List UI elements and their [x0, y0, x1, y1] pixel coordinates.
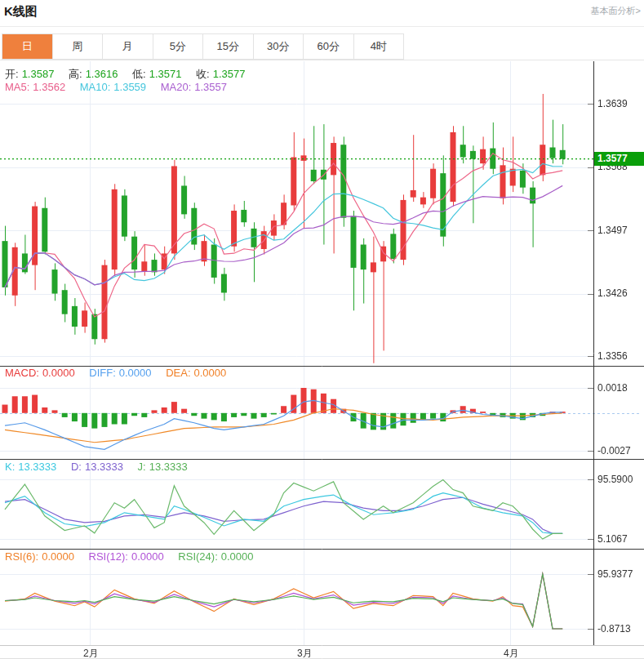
- macd-axis-tick: 0.0018: [597, 382, 628, 394]
- k-value: 13.3333: [18, 461, 56, 473]
- x-axis-month: 3月: [297, 647, 313, 659]
- low-label: 低:: [132, 68, 146, 80]
- macd-axis-tick: -0.0027: [597, 445, 631, 456]
- open-value: 1.3587: [22, 68, 55, 80]
- d-value: 13.3333: [85, 461, 123, 473]
- open-label: 开:: [5, 68, 19, 80]
- price-axis-tick: 1.3426: [597, 287, 628, 299]
- rsi24-label: RSI(24):: [178, 550, 217, 563]
- rsi12-value: 0.0000: [131, 550, 164, 563]
- kdj-readout: K:13.3333 D:13.3333 J:13.3333: [5, 461, 191, 473]
- macd-value: 0.0000: [42, 367, 75, 379]
- high-label: 高:: [69, 68, 82, 80]
- j-label: J:: [138, 461, 146, 473]
- ma5-value: 1.3562: [33, 81, 65, 93]
- price-axis-tick: 1.3497: [597, 225, 628, 236]
- rsi6-label: RSI(6):: [5, 550, 38, 563]
- ma20-label: MA20:: [161, 81, 192, 93]
- j-value: 13.3333: [149, 461, 188, 473]
- d-label: D:: [71, 461, 82, 473]
- rsi12-label: RSI(12):: [89, 550, 128, 563]
- kline-widget: K线图 基本面分析> 日 周 月 5分 15分 30分 60分 4时 开:1.3…: [0, 0, 644, 659]
- macd-readout: MACD:0.0000 DIFF:0.0000 DEA:0.0000: [5, 367, 229, 379]
- k-label: K:: [5, 461, 15, 473]
- close-label: 收:: [196, 68, 210, 80]
- ma-readout: MA5:1.3562 MA10:1.3559 MA20:1.3557: [5, 81, 230, 93]
- high-value: 1.3616: [86, 68, 118, 80]
- price-axis-tick: 1.3639: [597, 98, 628, 109]
- close-value: 1.3577: [213, 68, 246, 80]
- x-axis-month: 2月: [83, 647, 99, 659]
- dea-value: 0.0000: [194, 367, 227, 379]
- ma5-label: MA5:: [5, 81, 29, 93]
- kdj-axis-tick: 95.5900: [597, 474, 633, 485]
- rsi-axis-tick: -0.8713: [597, 623, 631, 635]
- x-axis-month: 4月: [504, 647, 519, 659]
- ma10-value: 1.3559: [113, 81, 146, 93]
- chart-region: 开:1.3587 高:1.3616 低:1.3571 收:1.3577 MA5:…: [0, 0, 644, 659]
- diff-label: DIFF:: [89, 367, 116, 379]
- rsi6-value: 0.0000: [42, 550, 74, 563]
- current-price-badge: 1.3577: [594, 152, 644, 166]
- kline-chart-canvas[interactable]: [0, 60, 644, 659]
- ma10-label: MA10:: [80, 81, 111, 93]
- ohlc-readout: 开:1.3587 高:1.3616 低:1.3571 收:1.3577: [5, 67, 248, 82]
- ma20-value: 1.3557: [194, 81, 227, 93]
- macd-label: MACD:: [5, 367, 39, 379]
- rsi-axis-tick: 95.9377: [597, 568, 633, 580]
- rsi-readout: RSI(6):0.0000 RSI(12):0.0000 RSI(24):0.0…: [5, 550, 257, 563]
- kdj-axis-tick: 5.1067: [597, 533, 628, 545]
- price-axis-tick: 1.3356: [597, 350, 628, 362]
- rsi24-value: 0.0000: [221, 550, 254, 563]
- diff-value: 0.0000: [119, 367, 152, 379]
- dea-label: DEA:: [166, 367, 190, 379]
- low-value: 1.3571: [149, 68, 182, 80]
